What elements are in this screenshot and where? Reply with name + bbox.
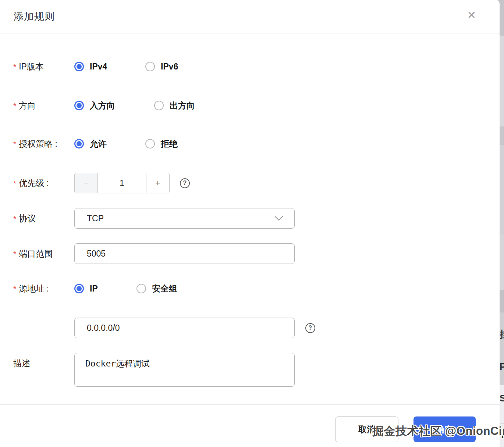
source-address-input[interactable] <box>74 318 295 338</box>
required-asterisk: * <box>13 284 16 294</box>
row-policy: * 授权策略 : 允许 拒绝 <box>0 134 500 153</box>
field-label-text: IP版本 <box>19 61 44 72</box>
row-protocol: * 协议 TCP <box>0 208 500 229</box>
radio-label[interactable]: 入方向 <box>90 100 115 111</box>
required-asterisk: * <box>13 101 16 111</box>
radio-unselected-icon[interactable] <box>136 284 146 293</box>
radio-label[interactable]: IPv6 <box>161 62 178 72</box>
strip-divider <box>499 423 504 424</box>
field-label: * IP版本 <box>0 61 74 72</box>
port-range-control <box>74 243 500 264</box>
field-label: * 源地址 : <box>0 283 74 294</box>
radio-group-ip-version: IPv4 IPv6 <box>74 62 500 72</box>
field-label-text: 描述 <box>13 358 30 369</box>
field-label: * 端口范围 <box>0 248 74 259</box>
radio-selected-icon[interactable] <box>74 284 84 293</box>
row-source-address: ? <box>0 318 500 338</box>
radio-label[interactable]: 允许 <box>90 138 107 150</box>
chevron-down-icon <box>274 216 283 221</box>
required-asterisk: * <box>13 179 16 188</box>
required-asterisk: * <box>13 139 16 149</box>
radio-option-ipv4[interactable]: IPv4 <box>74 62 145 72</box>
field-label: * 优先级 : <box>0 178 74 189</box>
dialog-title: 添加规则 <box>0 10 55 23</box>
field-label-text: 源地址 : <box>19 283 49 294</box>
source-address-control: ? <box>74 318 500 338</box>
confirm-button[interactable]: 确定 <box>414 416 476 442</box>
stepper-minus-button[interactable]: − <box>75 173 98 193</box>
radio-selected-icon[interactable] <box>74 139 84 149</box>
radio-group-source: IP 安全组 <box>74 283 500 294</box>
protocol-selected-value: TCP <box>87 214 104 224</box>
description-textarea[interactable]: Docker远程调试 <box>74 353 295 387</box>
field-label: * 方向 <box>0 100 74 111</box>
radio-option-inbound[interactable]: 入方向 <box>74 100 145 111</box>
radio-label[interactable]: 安全组 <box>152 283 177 294</box>
field-label: * 协议 <box>0 213 74 224</box>
field-label-text: 协议 <box>19 213 36 224</box>
priority-control: − + ? <box>74 173 500 193</box>
help-icon[interactable]: ? <box>180 178 190 188</box>
protocol-control: TCP <box>74 208 500 229</box>
radio-group-direction: 入方向 出方向 <box>74 100 500 111</box>
radio-label[interactable]: 拒绝 <box>161 138 178 150</box>
radio-label[interactable]: 出方向 <box>170 100 195 111</box>
radio-unselected-icon[interactable] <box>154 101 164 110</box>
radio-option-ip[interactable]: IP <box>74 284 136 294</box>
radio-selected-icon[interactable] <box>74 101 84 110</box>
field-label: * 授权策略 : <box>0 138 74 149</box>
add-rule-dialog: 添加规则 ✕ * IP版本 IPv4 IPv6 * <box>0 0 500 447</box>
background-text-fragment: S <box>500 393 504 404</box>
quantity-stepper: − + <box>74 173 170 193</box>
row-direction: * 方向 入方向 出方向 <box>0 96 500 115</box>
row-ip-version: * IP版本 IPv4 IPv6 <box>0 57 500 76</box>
description-control: Docker远程调试 <box>74 353 500 387</box>
screen: 挂 P S T 添加规则 ✕ * IP版本 IPv4 IPv6 <box>0 0 504 447</box>
field-label-text: 授权策略 : <box>19 138 57 149</box>
help-icon[interactable]: ? <box>305 323 315 333</box>
radio-group-policy: 允许 拒绝 <box>74 138 500 150</box>
radio-option-deny[interactable]: 拒绝 <box>145 138 178 150</box>
port-range-input[interactable] <box>74 243 295 264</box>
row-priority: * 优先级 : − + ? <box>0 173 500 193</box>
field-label-text: 优先级 : <box>19 178 49 189</box>
radio-unselected-icon[interactable] <box>145 139 155 149</box>
field-label: 描述 <box>0 353 74 369</box>
stepper-plus-button[interactable]: + <box>146 173 169 193</box>
cancel-button[interactable]: 取消 <box>335 416 398 442</box>
footer-divider <box>0 404 500 405</box>
radio-label[interactable]: IP <box>90 284 98 294</box>
priority-input[interactable] <box>98 173 146 193</box>
protocol-select[interactable]: TCP <box>74 208 295 229</box>
row-source-type: * 源地址 : IP 安全组 <box>0 279 500 298</box>
required-asterisk: * <box>13 249 16 259</box>
required-asterisk: * <box>13 214 16 224</box>
radio-unselected-icon[interactable] <box>145 62 155 71</box>
background-text-fragment: T <box>500 429 504 441</box>
strip-divider <box>499 385 504 385</box>
row-description: 描述 Docker远程调试 <box>0 353 500 387</box>
close-icon[interactable]: ✕ <box>464 8 479 22</box>
radio-label[interactable]: IPv4 <box>90 62 107 72</box>
background-text-fragment: P <box>500 361 504 372</box>
field-label-text: 端口范围 <box>19 248 53 259</box>
background-text-fragment: 挂 <box>500 328 504 341</box>
radio-selected-icon[interactable] <box>74 62 84 71</box>
radio-option-ipv6[interactable]: IPv6 <box>145 62 178 72</box>
field-label-text: 方向 <box>19 100 36 111</box>
radio-option-allow[interactable]: 允许 <box>74 138 145 150</box>
dialog-header: 添加规则 <box>0 0 500 33</box>
radio-option-security-group[interactable]: 安全组 <box>136 283 177 294</box>
radio-option-outbound[interactable]: 出方向 <box>154 100 195 111</box>
row-port-range: * 端口范围 <box>0 243 500 264</box>
required-asterisk: * <box>13 62 16 72</box>
